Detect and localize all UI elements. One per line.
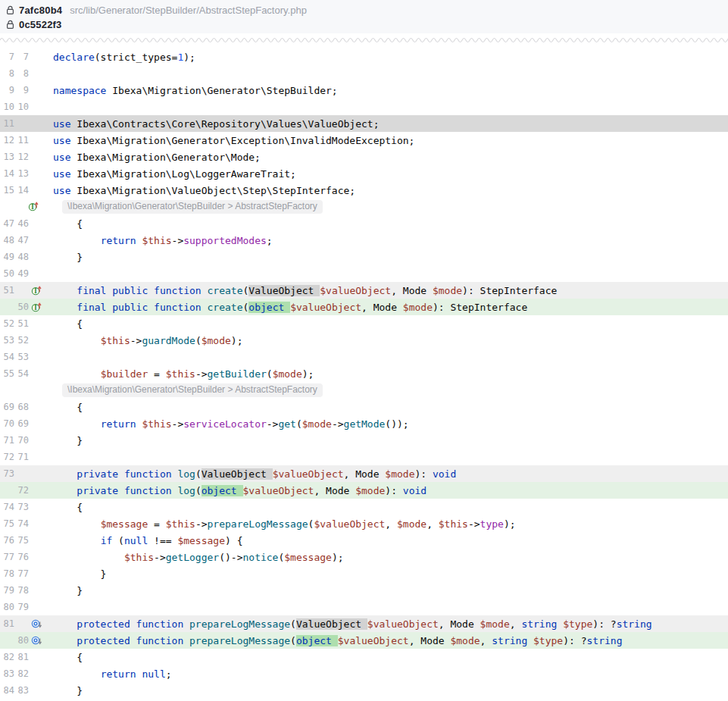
diff-line: 8281 { <box>0 649 728 665</box>
code-text: { <box>53 652 83 663</box>
code-text: declare(strict_types=1); <box>53 52 195 63</box>
gutter-icon-slot <box>31 118 42 130</box>
old-line-number: 14 <box>2 168 14 179</box>
diff-line: 5049 <box>0 265 728 282</box>
implements-method-icon[interactable]: I <box>31 302 42 313</box>
code-text: } <box>53 252 83 263</box>
old-line-number: 7 <box>2 52 14 62</box>
old-line-number: 81 <box>2 618 14 629</box>
breadcrumb-pill[interactable]: \Ibexa\Migration\Generator\StepBuilder >… <box>62 200 323 214</box>
new-line-number: 77 <box>14 568 29 579</box>
gutter-icon-slot <box>31 502 42 513</box>
diff-line: 81 protected function prepareLogMessage(… <box>0 615 728 632</box>
diff-line: 4746 { <box>0 215 728 232</box>
code-text: { <box>53 318 83 330</box>
diff-line: 6968 { <box>0 399 728 415</box>
gutter-icon-slot <box>31 418 42 430</box>
svg-text:I: I <box>31 203 34 211</box>
new-line-number: 10 <box>14 102 29 112</box>
gutter-icon-slot <box>31 335 42 346</box>
svg-text:I: I <box>34 304 37 311</box>
new-line-number: 78 <box>14 585 29 596</box>
diff-line: 1312use Ibexa\Migration\Generator\Mode; <box>0 149 728 165</box>
gutter-icon-slot <box>31 552 42 563</box>
diff-line: 7675 if (null !== $message) { <box>0 532 728 549</box>
diff-line: 72 private function log(object $valueObj… <box>0 482 728 499</box>
new-commit-hash[interactable]: 0c5522f3 <box>19 19 62 30</box>
diff-line: 11use Ibexa\Contracts\Core\Repository\Va… <box>0 115 728 132</box>
new-line-number: 75 <box>14 535 29 546</box>
gutter-icon-slot <box>31 602 42 613</box>
diff-line: 5251 { <box>0 315 728 332</box>
diff-line: 7069 return $this->serviceLocator->get($… <box>0 415 728 432</box>
old-line-number: 84 <box>2 685 14 696</box>
gutter-icon-slot <box>31 318 42 330</box>
old-line-number: 8 <box>2 68 14 79</box>
gutter-icon-slot <box>31 52 42 63</box>
new-revision-row: 0c5522f3 <box>0 17 728 32</box>
gutter-icon-slot <box>31 268 42 280</box>
old-line-number: 12 <box>2 135 14 146</box>
diff-line: 77declare(strict_types=1); <box>0 49 728 65</box>
new-line-number: 7 <box>14 52 29 62</box>
old-line-number: 82 <box>2 652 14 662</box>
old-line-number: 53 <box>2 335 14 346</box>
code-text: } <box>53 568 106 580</box>
overridden-method-icon[interactable] <box>31 618 42 630</box>
old-line-number: 75 <box>2 518 14 529</box>
old-line-number: 15 <box>2 185 14 196</box>
diff-line: 8079 <box>0 599 728 615</box>
diff-line: 5554 $builder = $this->getBuilder($mode)… <box>0 365 728 382</box>
code-text: use Ibexa\Migration\Generator\Mode; <box>53 152 261 163</box>
code-text: { <box>53 218 83 230</box>
new-line-number: 54 <box>14 368 29 379</box>
gutter-icon-slot <box>31 485 42 496</box>
diff-line: 73 private function log(ValueObject $val… <box>0 465 728 482</box>
old-line-number: 55 <box>2 368 14 379</box>
gutter-icon-slot <box>31 352 42 363</box>
code-text: use Ibexa\Migration\Generator\Exception\… <box>53 135 414 146</box>
diff-line: 1413use Ibexa\Migration\Log\LoggerAwareT… <box>0 165 728 182</box>
diff-line: 7170 } <box>0 432 728 449</box>
diff-line: 8483 } <box>0 682 728 699</box>
old-commit-hash[interactable]: 7afc80b4 <box>19 5 62 16</box>
code-text: $this->guardMode($mode); <box>53 335 243 346</box>
code-text: private function log(ValueObject $valueO… <box>53 468 456 480</box>
gutter-icon-slot <box>31 185 42 196</box>
diff-line: 7776 $this->getLogger()->notice($message… <box>0 549 728 565</box>
code-text: final public function create(object $val… <box>53 302 527 313</box>
header-wavy-separator <box>0 33 728 49</box>
old-line-number: 13 <box>2 152 14 162</box>
new-line-number: 72 <box>14 485 29 496</box>
old-line-number: 83 <box>2 668 14 679</box>
code-text: use Ibexa\Contracts\Core\Repository\Valu… <box>53 118 379 130</box>
overridden-method-icon[interactable] <box>31 635 42 646</box>
diff-line: 1010 <box>0 99 728 115</box>
implements-method-icon[interactable]: I <box>28 201 39 212</box>
old-line-number: 80 <box>2 602 14 612</box>
diff-line: 7877 } <box>0 565 728 582</box>
new-line-number: 9 <box>14 85 29 95</box>
breadcrumb-pill[interactable]: \Ibexa\Migration\Generator\StepBuilder >… <box>62 383 323 397</box>
old-line-number: 78 <box>2 568 14 579</box>
collapsed-region-separator: I\Ibexa\Migration\Generator\StepBuilder … <box>0 199 728 215</box>
new-line-number: 49 <box>14 268 29 279</box>
code-text: $builder = $this->getBuilder($mode); <box>53 368 314 380</box>
diff-line: 5453 <box>0 349 728 365</box>
code-text: } <box>53 685 83 696</box>
old-line-number: 69 <box>2 402 14 412</box>
code-text: { <box>53 402 83 413</box>
gutter-icon-slot <box>31 652 42 663</box>
implements-method-icon[interactable]: I <box>31 285 42 296</box>
gutter-icon-slot <box>31 435 42 446</box>
old-line-number: 70 <box>2 418 14 429</box>
old-line-number: 77 <box>2 552 14 562</box>
code-text: protected function prepareLogMessage(Val… <box>53 618 652 630</box>
diff-line: 5352 $this->guardMode($mode); <box>0 332 728 349</box>
old-line-number: 10 <box>2 102 14 112</box>
lock-icon <box>6 20 14 30</box>
new-line-number: 50 <box>14 302 29 312</box>
diff-line: 88 <box>0 65 728 82</box>
code-text: final public function create(ValueObject… <box>53 285 557 296</box>
gutter-icon-slot <box>31 152 42 163</box>
